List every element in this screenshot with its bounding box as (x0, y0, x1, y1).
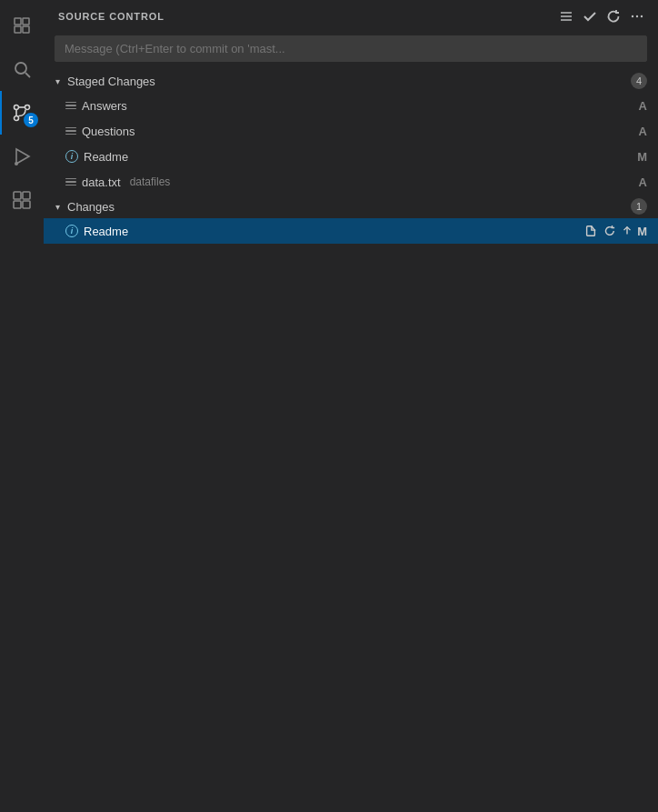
panel-empty-space (44, 244, 658, 812)
svg-rect-0 (15, 18, 21, 25)
commit-input-container (44, 32, 658, 69)
staged-file-questions[interactable]: Questions A (44, 118, 658, 144)
activity-bar: 5 (0, 0, 44, 812)
svg-rect-13 (14, 201, 21, 208)
svg-rect-11 (14, 192, 21, 199)
file-name-datatxt: data.txt (82, 175, 121, 189)
staged-changes-chevron: ▾ (51, 76, 64, 86)
info-icon-readme-changed: i (65, 225, 78, 237)
file-name-readme-staged: Readme (84, 150, 128, 164)
changes-header-left: ▾ Changes (51, 200, 115, 214)
staged-changes-header[interactable]: ▾ Staged Changes 4 (44, 69, 658, 93)
svg-rect-1 (15, 26, 21, 33)
lines-icon (65, 127, 76, 135)
file-actions-readme: M (583, 223, 647, 239)
file-name-answers: Answers (82, 99, 127, 113)
staged-changes-section: ▾ Staged Changes 4 Answers A Questions (44, 69, 658, 195)
svg-marker-9 (16, 149, 29, 164)
changes-label: Changes (67, 200, 115, 214)
file-status-readme-changed: M (637, 225, 647, 238)
changes-chevron: ▾ (51, 202, 64, 212)
svg-rect-2 (23, 18, 29, 25)
svg-rect-12 (23, 192, 30, 199)
panel-actions (556, 6, 647, 26)
changes-section: ▾ Changes 1 i Readme (44, 195, 658, 244)
sidebar-item-run[interactable] (0, 135, 44, 178)
panel-title: SOURCE CONTROL (58, 11, 164, 22)
source-control-panel: SOURCE CONTROL (44, 0, 658, 812)
file-status-questions: A (639, 125, 647, 138)
changes-badge: 1 (631, 198, 647, 215)
discard-changes-action[interactable] (601, 223, 617, 239)
refresh-button[interactable] (603, 6, 623, 26)
file-name-questions: Questions (82, 125, 135, 138)
open-file-action[interactable] (583, 223, 599, 239)
sidebar-item-extensions[interactable] (0, 178, 44, 222)
file-path-datatxt: datafiles (130, 175, 171, 188)
file-name-readme-changed: Readme (84, 225, 128, 238)
staged-changes-badge: 4 (631, 73, 647, 89)
lines-icon (65, 178, 76, 186)
staged-changes-label: Staged Changes (67, 75, 155, 88)
changed-file-readme[interactable]: i Readme (44, 218, 658, 244)
commit-checkmark-button[interactable] (580, 6, 600, 26)
staged-file-answers[interactable]: Answers A (44, 93, 658, 118)
svg-point-18 (632, 15, 633, 16)
lines-icon (65, 102, 76, 110)
svg-point-4 (15, 63, 26, 74)
commit-message-input[interactable] (55, 35, 647, 62)
branch-button[interactable] (556, 6, 576, 26)
staged-changes-header-left: ▾ Staged Changes (51, 75, 155, 88)
svg-point-6 (15, 116, 19, 121)
staged-file-readme[interactable]: i Readme M (44, 144, 658, 169)
svg-point-19 (636, 15, 638, 16)
svg-rect-3 (23, 26, 29, 33)
sidebar-item-search[interactable] (0, 47, 44, 91)
info-icon: i (65, 150, 78, 163)
svg-line-5 (25, 73, 30, 77)
svg-rect-14 (23, 201, 30, 208)
svg-point-20 (641, 15, 643, 16)
stage-changes-action[interactable] (619, 223, 635, 239)
svg-point-10 (15, 162, 18, 165)
changes-header[interactable]: ▾ Changes 1 (44, 195, 658, 218)
sidebar-item-source-control[interactable]: 5 (0, 91, 44, 135)
staged-file-datatxt[interactable]: data.txt datafiles A (44, 169, 658, 195)
svg-point-7 (25, 105, 30, 110)
sidebar-item-explorer[interactable] (0, 4, 44, 47)
panel-header: SOURCE CONTROL (44, 0, 658, 32)
svg-point-8 (15, 105, 19, 110)
source-control-badge: 5 (24, 113, 38, 127)
file-status-answers: A (639, 99, 647, 113)
more-actions-button[interactable] (627, 6, 647, 26)
file-status-datatxt: A (639, 175, 647, 189)
file-status-readme-staged: M (637, 150, 647, 164)
